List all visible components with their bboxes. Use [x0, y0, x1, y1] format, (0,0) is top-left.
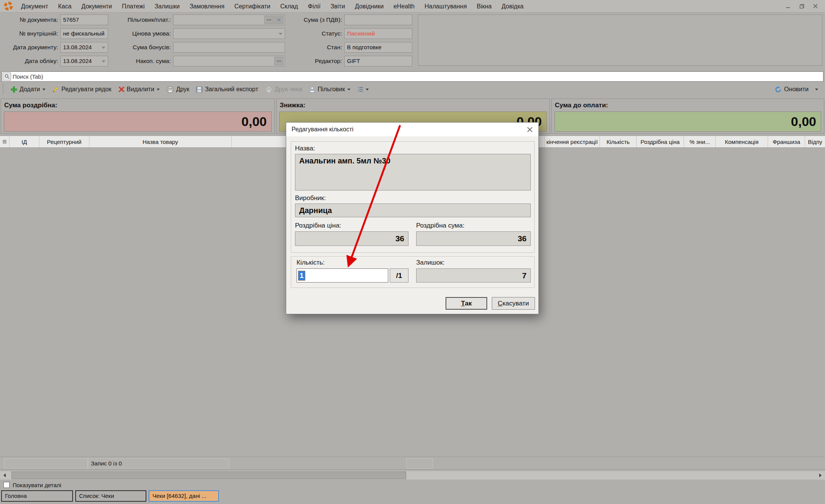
product-name-box: Анальгин амп. 5мл №30 [295, 154, 531, 191]
doc-number-label: № документа: [0, 15, 58, 25]
acc-date-value: 13.08.2024 [63, 58, 92, 64]
print-button[interactable]: Друк [163, 84, 193, 95]
menu-payments[interactable]: Платежі [117, 0, 150, 13]
price-condition-select[interactable] [173, 28, 285, 39]
column-header-id[interactable]: ІД [10, 136, 39, 147]
column-header-compensation[interactable]: Компенсація [716, 136, 768, 147]
red-x-icon [118, 86, 125, 92]
search-input[interactable]: Поиск (Tab) [13, 73, 43, 80]
column-header-quantity[interactable]: Кількість [600, 136, 637, 147]
tab-receipt-data[interactable]: Чеки [64632], дані ... [149, 490, 219, 502]
horizontal-scrollbar[interactable] [0, 471, 825, 480]
scroll-right-icon[interactable] [816, 471, 825, 480]
print-receipt-button[interactable]: Друк чека [262, 84, 306, 95]
delete-button-label: Видалити [127, 86, 154, 93]
accum-sum-field[interactable] [173, 56, 285, 66]
menu-bar: Документ Каса Документи Платежі Залишки … [0, 0, 825, 13]
edit-quantity-dialog: Редагування кількості Назва: Анальгин ам… [286, 122, 539, 314]
refresh-button[interactable]: Оновити [771, 84, 812, 95]
menu-certificates[interactable]: Сертифікати [229, 0, 275, 13]
show-details-checkbox[interactable] [3, 482, 10, 488]
name-label: Назва: [295, 145, 315, 152]
column-header-registration-end[interactable]: кінчення реєстрації [545, 136, 600, 147]
ok-button-mnemonic: Т [461, 300, 465, 307]
delete-button[interactable]: Видалити [115, 84, 163, 95]
dialog-title-bar[interactable]: Редагування кількості [286, 123, 538, 136]
tab-list-receipts[interactable]: Список: Чеки [75, 490, 146, 502]
minimize-button[interactable] [784, 3, 792, 10]
column-header-franchise[interactable]: Франшиза [768, 136, 805, 147]
acc-date-label: Дата обліку: [0, 56, 58, 66]
edit-row-button[interactable]: Редагувати рядок [49, 84, 115, 95]
app-logo-icon [4, 2, 13, 11]
add-button[interactable]: Додати [7, 84, 49, 95]
menu-ehealth[interactable]: eHealth [389, 0, 420, 13]
menu-warehouse[interactable]: Склад [275, 0, 303, 13]
doc-number-field[interactable]: 57657 [60, 15, 108, 25]
bonus-sum-field[interactable] [173, 42, 285, 53]
refresh-icon [775, 86, 782, 93]
lookup-ellipsis-button[interactable] [264, 16, 274, 24]
floppy-icon [196, 86, 203, 93]
clear-icon[interactable] [274, 16, 284, 24]
menu-branches[interactable]: Філії [303, 0, 326, 13]
column-header-product-name[interactable]: Назва товару [89, 136, 232, 147]
grid-properties-icon[interactable] [0, 136, 10, 147]
doc-date-field[interactable]: 13.08.2024 [60, 42, 108, 53]
dropdown-arrow-icon[interactable] [815, 89, 818, 90]
ok-button-label: ак [465, 300, 472, 307]
accum-sum-label: Накоп. сума: [111, 56, 171, 66]
chevron-down-icon[interactable] [102, 60, 105, 63]
stock-label: Залишок: [416, 259, 444, 267]
menu-document[interactable]: Документ [16, 0, 53, 13]
show-details-label: Показувати деталі [13, 482, 61, 488]
restore-button[interactable] [797, 3, 806, 10]
menu-help[interactable]: Довідка [497, 0, 529, 13]
quantity-input[interactable]: 1 [297, 268, 388, 283]
chevron-down-icon[interactable] [102, 47, 105, 49]
sum-vat-field[interactable] [344, 15, 412, 25]
doc-date-label: Дата документу: [0, 42, 58, 53]
tab-main[interactable]: Головна [1, 490, 73, 502]
chevron-down-icon[interactable] [279, 33, 282, 35]
acc-date-field[interactable]: 13.08.2024 [60, 56, 108, 66]
edit-row-button-label: Редагувати рядок [62, 86, 112, 93]
dropdown-arrow-icon [366, 89, 369, 90]
column-header-dispense[interactable]: Відпу [805, 136, 825, 147]
grid-footer-row: Запис 0 із 0 [0, 457, 825, 470]
search-bar[interactable]: Поиск (Tab) [2, 71, 823, 82]
close-window-button[interactable] [811, 3, 820, 10]
close-icon[interactable] [521, 123, 538, 136]
status-field: Пасивний [344, 28, 412, 39]
cancel-button[interactable]: Скасувати [492, 297, 535, 310]
menu-windows[interactable]: Вікна [472, 0, 497, 13]
menu-reports[interactable]: Звіти [326, 0, 350, 13]
manufacturer-box: Дарница [295, 204, 531, 217]
menu-kasa[interactable]: Каса [53, 0, 76, 13]
list-options-button[interactable] [354, 84, 372, 95]
scroll-left-icon[interactable] [0, 471, 9, 480]
menu-documents[interactable]: Документи [76, 0, 117, 13]
internal-number-field[interactable]: не фискальный [60, 28, 108, 39]
beneficiary-field[interactable] [173, 15, 285, 25]
column-header-prescription[interactable]: Рецептурний [39, 136, 89, 147]
quantity-suffix-box: /1 [390, 268, 408, 283]
toolbar-drag-handle[interactable] [2, 84, 4, 94]
scrollbar-thumb[interactable] [11, 472, 406, 479]
menu-settings[interactable]: Налаштування [420, 0, 472, 13]
export-button[interactable]: Загальний експорт [193, 84, 261, 95]
export-button-label: Загальний експорт [205, 86, 258, 93]
sum-vat-label: Сума (з ПДВ): [283, 15, 342, 25]
menu-directories[interactable]: Довідники [350, 0, 389, 13]
menu-orders[interactable]: Замовлення [185, 0, 229, 13]
details-toggle-row: Показувати деталі [0, 480, 825, 489]
editor-field: GIFT [344, 56, 412, 66]
lookup-ellipsis-button[interactable] [274, 57, 284, 65]
summary-topay-panel: Сума до оплати: 0,00 [551, 99, 824, 134]
state-field: В подготовке [344, 42, 412, 53]
column-header-discount-pct[interactable]: % зни... [684, 136, 716, 147]
menu-stock-balance[interactable]: Залишки [150, 0, 185, 13]
ok-button[interactable]: Так [446, 297, 487, 310]
column-header-retail-price[interactable]: Роздрібна ціна [637, 136, 684, 147]
beneficiary-button[interactable]: Пільговик [306, 84, 354, 95]
